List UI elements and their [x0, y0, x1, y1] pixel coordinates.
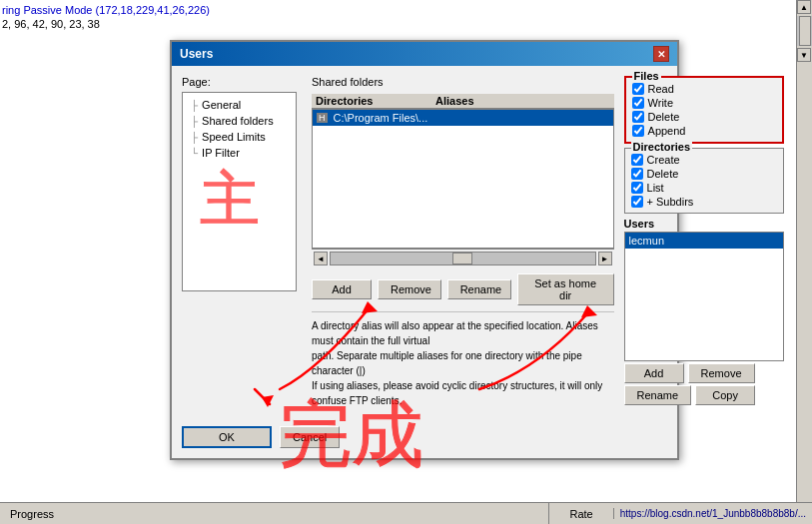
write-label: Write	[648, 97, 673, 109]
note-line-3: If using aliases, please avoid cyclic di…	[312, 380, 602, 406]
note-line-2: path. Separate multiple aliases for one …	[312, 350, 582, 376]
tree-connector: ├	[191, 132, 198, 143]
dir-buttons-row: Add Remove Rename Set as home dir	[312, 273, 614, 305]
files-group: Files Read Write Delete Append	[624, 76, 784, 144]
delete-dirs-checkbox-row: Delete	[631, 167, 777, 181]
terminal-second-text: 2, 96, 42, 90, 23, 38	[2, 18, 100, 30]
nav-label-general: General	[202, 99, 241, 111]
scrollbar-right[interactable]: ▲ ▼	[796, 0, 812, 502]
users-list: lecmun	[624, 232, 784, 361]
users-add-button[interactable]: Add	[624, 363, 684, 383]
status-url-text: https://blog.csdn.net/1_Junbb8b8b8b8b/..…	[613, 508, 812, 519]
read-checkbox[interactable]	[632, 83, 644, 95]
create-label: Create	[647, 154, 680, 166]
delete-files-checkbox-row: Delete	[632, 110, 776, 124]
right-panel: Files Read Write Delete Append	[624, 76, 784, 408]
status-rate-label: Rate	[548, 503, 612, 524]
write-checkbox-row: Write	[632, 96, 776, 110]
dir-path: C:\Program Files\...	[334, 112, 609, 124]
terminal-top-text: ring Passive Mode (172,18,229,41,26,226)	[2, 4, 210, 16]
note-line-1: A directory alias will also appear at th…	[312, 320, 598, 346]
nav-item-general[interactable]: ├ General	[187, 97, 292, 113]
scroll-right-arrow[interactable]: ►	[598, 252, 612, 265]
dir-scrollbar: ◄ ►	[312, 249, 614, 267]
center-panel: Shared folders Directories Aliases H C:\…	[312, 76, 614, 408]
directories-group-title: Directories	[631, 141, 692, 153]
users-buttons-row2: Rename Copy	[624, 385, 784, 405]
users-rename-button[interactable]: Rename	[624, 385, 692, 405]
list-label: List	[647, 182, 664, 194]
directory-table-wrapper: Directories Aliases H C:\Program Files\.…	[312, 94, 614, 267]
rename-button[interactable]: Rename	[447, 279, 511, 299]
subdirs-label: + Subdirs	[647, 196, 694, 208]
nav-label-speed-limits: Speed Limits	[202, 131, 266, 143]
delete-files-label: Delete	[648, 111, 680, 123]
users-section-title: Users	[624, 218, 784, 230]
delete-dirs-checkbox[interactable]	[631, 168, 643, 180]
remove-button[interactable]: Remove	[378, 279, 441, 299]
note-text: A directory alias will also appear at th…	[312, 311, 614, 408]
dialog-footer: OK Cancel	[172, 418, 677, 458]
status-bar: Progress Rate https://blog.csdn.net/1_Ju…	[0, 502, 812, 524]
scroll-thumb	[452, 253, 472, 264]
nav-item-ip-filter[interactable]: └ IP Filter	[187, 145, 292, 161]
user-label: lecmun	[629, 235, 664, 247]
users-section: Users lecmun Add Remove Rename Copy	[624, 218, 784, 405]
ok-button[interactable]: OK	[182, 426, 272, 448]
nav-item-speed-limits[interactable]: ├ Speed Limits	[187, 129, 292, 145]
scroll-down-arrow[interactable]: ▼	[797, 48, 811, 62]
add-button[interactable]: Add	[312, 279, 372, 299]
page-label: Page:	[182, 76, 302, 88]
users-copy-button[interactable]: Copy	[695, 385, 755, 405]
set-as-home-dir-button[interactable]: Set as home dir	[517, 273, 614, 305]
users-remove-button[interactable]: Remove	[688, 363, 755, 383]
users-dialog: Users ✕ Page: ├ General ├ Shared folders…	[170, 40, 679, 460]
subdirs-checkbox[interactable]	[631, 196, 643, 208]
nav-tree: ├ General ├ Shared folders ├ Speed Limit…	[182, 92, 297, 291]
shared-folders-label: Shared folders	[312, 76, 614, 88]
tree-connector: └	[191, 148, 198, 159]
delete-files-checkbox[interactable]	[632, 111, 644, 123]
dir-col-header-aliases: Aliases	[435, 95, 610, 107]
scroll-left-arrow[interactable]: ◄	[314, 252, 328, 265]
append-checkbox[interactable]	[632, 125, 644, 137]
scroll-track	[797, 16, 812, 46]
directories-permissions-group: Directories Create Delete List + Subdirs	[624, 148, 784, 214]
read-label: Read	[648, 83, 674, 95]
write-checkbox[interactable]	[632, 97, 644, 109]
create-checkbox-row: Create	[631, 153, 777, 167]
delete-dirs-label: Delete	[647, 168, 679, 180]
dir-table-header: Directories Aliases	[312, 94, 614, 109]
user-item-lecmun[interactable]: lecmun	[625, 233, 783, 249]
subdirs-checkbox-row: + Subdirs	[631, 195, 777, 209]
users-buttons-row1: Add Remove	[624, 363, 784, 383]
append-label: Append	[648, 125, 686, 137]
dir-row[interactable]: H C:\Program Files\...	[313, 110, 613, 126]
files-group-title: Files	[632, 70, 661, 82]
scroll-up-arrow[interactable]: ▲	[797, 0, 811, 14]
list-checkbox-row: List	[631, 181, 777, 195]
create-checkbox[interactable]	[631, 154, 643, 166]
scroll-thumb[interactable]	[799, 16, 811, 46]
nav-label-shared-folders: Shared folders	[202, 115, 274, 127]
dialog-title: Users	[180, 47, 213, 61]
dialog-body: Page: ├ General ├ Shared folders ├ Speed…	[172, 66, 677, 418]
dir-h-badge: H	[317, 113, 328, 123]
cancel-button[interactable]: Cancel	[280, 426, 340, 448]
read-checkbox-row: Read	[632, 82, 776, 96]
close-button[interactable]: ✕	[653, 46, 669, 62]
dialog-titlebar: Users ✕	[172, 42, 677, 66]
left-nav-panel: Page: ├ General ├ Shared folders ├ Speed…	[182, 76, 302, 408]
tree-connector: ├	[191, 100, 198, 111]
append-checkbox-row: Append	[632, 124, 776, 138]
tree-connector: ├	[191, 116, 198, 127]
nav-item-shared-folders[interactable]: ├ Shared folders	[187, 113, 292, 129]
dir-col-header-directories: Directories	[316, 95, 435, 107]
nav-label-ip-filter: IP Filter	[202, 147, 240, 159]
status-progress-label: Progress	[0, 508, 548, 520]
list-checkbox[interactable]	[631, 182, 643, 194]
scroll-thumb-area[interactable]	[330, 252, 596, 265]
dir-table: H C:\Program Files\...	[312, 109, 614, 249]
